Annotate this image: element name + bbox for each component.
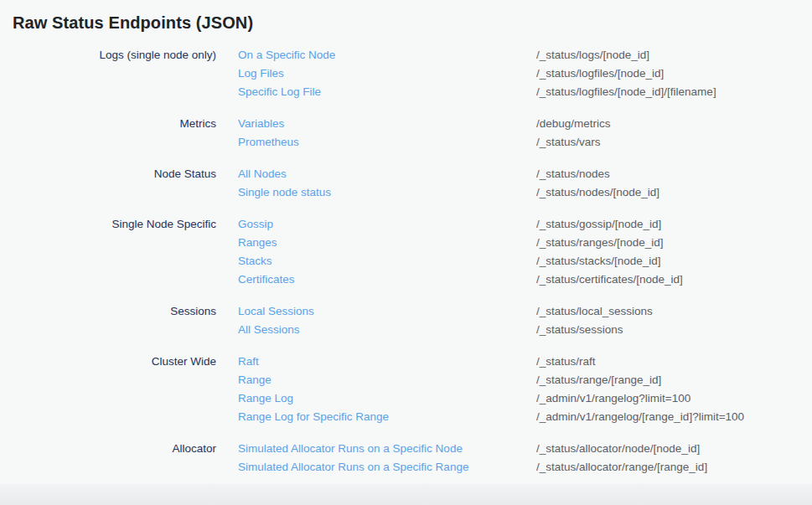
endpoint-link[interactable]: Range Log xyxy=(238,389,293,408)
section-category-label: Metrics xyxy=(0,115,216,152)
endpoint-link[interactable]: Prometheus xyxy=(238,133,299,152)
endpoint-link[interactable]: Single node status xyxy=(238,183,331,202)
endpoint-path: /_status/logfiles/[node_id] xyxy=(536,64,812,83)
section-paths: /_status/local_sessions/_status/sessions xyxy=(536,302,812,339)
endpoint-link[interactable]: Log Files xyxy=(238,64,284,83)
section-paths: /_status/nodes/_status/nodes/[node_id] xyxy=(536,165,812,202)
section-category-label: Logs (single node only) xyxy=(0,46,216,101)
endpoint-path: /_admin/v1/rangelog?limit=100 xyxy=(536,389,812,408)
endpoint-path: /_status/allocator/node/[node_id] xyxy=(536,440,812,458)
section-paths: /_status/allocator/node/[node_id]/_statu… xyxy=(536,440,812,477)
endpoint-path: /_status/certificates/[node_id] xyxy=(536,271,812,289)
endpoint-link[interactable]: Simulated Allocator Runs on a Specific N… xyxy=(238,440,463,458)
section-category-label: Allocator xyxy=(0,440,216,477)
endpoint-path: /_status/allocator/range/[range_id] xyxy=(536,458,812,477)
section-links: All NodesSingle node status xyxy=(216,165,536,202)
endpoint-link[interactable]: Gossip xyxy=(238,215,273,234)
endpoint-link[interactable]: Specific Log File xyxy=(238,83,321,101)
endpoint-link[interactable]: On a Specific Node xyxy=(238,46,335,64)
section-paths: /debug/metrics/_status/vars xyxy=(536,115,812,152)
endpoint-link[interactable]: All Nodes xyxy=(238,165,287,183)
section-category-label: Cluster Wide xyxy=(0,353,216,426)
endpoint-link[interactable]: Simulated Allocator Runs on a Specific R… xyxy=(238,458,468,477)
endpoint-path: /debug/metrics xyxy=(536,115,812,133)
endpoint-section: Sessions Local SessionsAll Sessions /_st… xyxy=(0,302,812,339)
section-links: On a Specific NodeLog FilesSpecific Log … xyxy=(216,46,536,101)
endpoint-path: /_status/nodes/[node_id] xyxy=(536,183,812,202)
section-category-label: Node Status xyxy=(0,165,216,202)
section-links: Simulated Allocator Runs on a Specific N… xyxy=(216,440,536,477)
endpoint-link[interactable]: Local Sessions xyxy=(238,302,314,321)
endpoint-section: Cluster Wide RaftRangeRange LogRange Log… xyxy=(0,353,812,426)
endpoint-section: Allocator Simulated Allocator Runs on a … xyxy=(0,440,812,477)
endpoint-path: /_status/ranges/[node_id] xyxy=(536,234,812,252)
endpoint-path: /_status/raft xyxy=(536,353,812,371)
endpoint-link[interactable]: Raft xyxy=(238,353,259,371)
endpoint-link[interactable]: All Sessions xyxy=(238,321,300,339)
endpoint-link[interactable]: Range Log for Specific Range xyxy=(238,408,389,426)
endpoint-path: /_status/local_sessions xyxy=(536,302,812,321)
endpoint-link[interactable]: Variables xyxy=(238,115,284,133)
endpoint-path: /_status/logfiles/[node_id]/[filename] xyxy=(536,83,812,101)
section-category-label: Sessions xyxy=(0,302,216,339)
endpoint-path: /_admin/v1/rangelog/[range_id]?limit=100 xyxy=(536,408,812,426)
endpoint-section: Logs (single node only) On a Specific No… xyxy=(0,46,812,101)
endpoint-link[interactable]: Stacks xyxy=(238,252,272,271)
endpoint-path: /_status/logs/[node_id] xyxy=(536,46,812,64)
debug-endpoints-page: Raw Status Endpoints (JSON) Logs (single… xyxy=(0,0,812,505)
endpoint-sections: Logs (single node only) On a Specific No… xyxy=(0,46,812,477)
endpoint-path: /_status/range/[range_id] xyxy=(536,371,812,389)
section-paths: /_status/gossip/[node_id]/_status/ranges… xyxy=(536,215,812,289)
endpoint-path: /_status/gossip/[node_id] xyxy=(536,215,812,234)
section-links: Local SessionsAll Sessions xyxy=(216,302,536,339)
section-paths: /_status/logs/[node_id]/_status/logfiles… xyxy=(536,46,812,101)
section-category-label: Single Node Specific xyxy=(0,215,216,289)
endpoint-path: /_status/vars xyxy=(536,133,812,152)
section-paths: /_status/raft/_status/range/[range_id]/_… xyxy=(536,353,812,426)
section-links: GossipRangesStacksCertificates xyxy=(216,215,536,289)
endpoint-path: /_status/nodes xyxy=(536,165,812,183)
section-links: VariablesPrometheus xyxy=(216,115,536,152)
endpoint-link[interactable]: Certificates xyxy=(238,271,295,289)
endpoint-section: Node Status All NodesSingle node status … xyxy=(0,165,812,202)
endpoint-path: /_status/sessions xyxy=(536,321,812,339)
endpoint-link[interactable]: Ranges xyxy=(238,234,277,252)
section-links: RaftRangeRange LogRange Log for Specific… xyxy=(216,353,536,426)
endpoint-section: Metrics VariablesPrometheus /debug/metri… xyxy=(0,115,812,152)
page-title: Raw Status Endpoints (JSON) xyxy=(13,11,812,34)
endpoint-section: Single Node Specific GossipRangesStacksC… xyxy=(0,215,812,289)
footer-strip xyxy=(0,484,812,505)
endpoint-path: /_status/stacks/[node_id] xyxy=(536,252,812,271)
endpoint-link[interactable]: Range xyxy=(238,371,272,389)
